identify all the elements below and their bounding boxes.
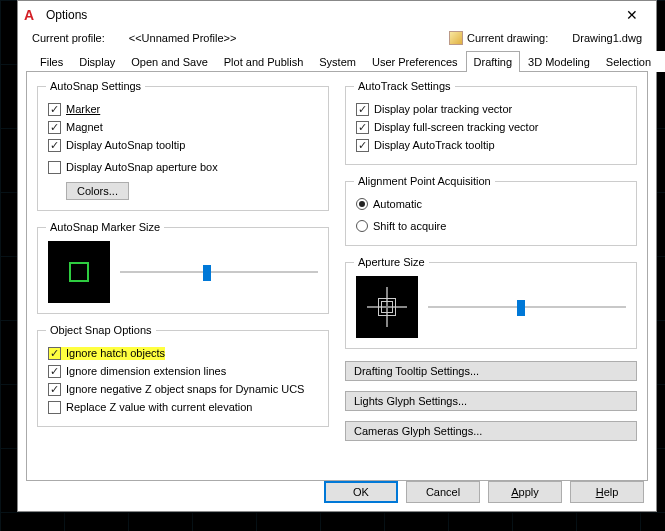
fullscreen-track-label: Display full-screen tracking vector — [374, 121, 538, 133]
autotrack-settings-group: AutoTrack Settings Display polar trackin… — [345, 80, 637, 165]
aperture-size-group: Aperture Size — [345, 256, 637, 349]
apply-button[interactable]: Apply — [488, 481, 562, 503]
aperture-box-label: Display AutoSnap aperture box — [66, 161, 218, 173]
cancel-button[interactable]: Cancel — [406, 481, 480, 503]
tab-profiles[interactable]: Profiles — [659, 51, 665, 72]
autosnap-settings-group: AutoSnap Settings Marker Magnet Display … — [37, 80, 329, 211]
automatic-label: Automatic — [373, 198, 422, 210]
tab-drafting[interactable]: Drafting — [466, 51, 521, 72]
ignore-negz-label: Ignore negative Z object snaps for Dynam… — [66, 383, 304, 395]
marker-preview — [48, 241, 110, 303]
autocad-icon: A — [24, 7, 40, 23]
autosnap-tooltip-checkbox[interactable] — [48, 139, 61, 152]
aperture-preview — [356, 276, 418, 338]
shift-radio[interactable] — [356, 220, 368, 232]
green-square-icon — [69, 262, 89, 282]
current-profile-value: <<Unnamed Profile>> — [129, 32, 237, 44]
alignment-legend: Alignment Point Acquisition — [354, 175, 495, 187]
cameras-glyph-settings-button[interactable]: Cameras Glyph Settings... — [345, 421, 637, 441]
ok-button[interactable]: OK — [324, 481, 398, 503]
object-snap-options-group: Object Snap Options Ignore hatch objects… — [37, 324, 329, 427]
close-button[interactable]: ✕ — [614, 4, 650, 26]
tab-files[interactable]: Files — [32, 51, 71, 72]
aperture-size-legend: Aperture Size — [354, 256, 429, 268]
autosnap-legend: AutoSnap Settings — [46, 80, 145, 92]
crosshair-icon — [367, 287, 407, 327]
osnap-legend: Object Snap Options — [46, 324, 156, 336]
magnet-checkbox[interactable] — [48, 121, 61, 134]
alignment-point-group: Alignment Point Acquisition Automatic Sh… — [345, 175, 637, 246]
marker-checkbox[interactable] — [48, 103, 61, 116]
replace-z-checkbox[interactable] — [48, 401, 61, 414]
tab-display[interactable]: Display — [71, 51, 123, 72]
polar-track-checkbox[interactable] — [356, 103, 369, 116]
titlebar: A Options ✕ — [18, 1, 656, 29]
tab-system[interactable]: System — [311, 51, 364, 72]
marker-size-slider[interactable] — [120, 263, 318, 281]
shift-label: Shift to acquire — [373, 220, 446, 232]
ignore-negz-checkbox[interactable] — [48, 383, 61, 396]
aperture-size-slider[interactable] — [428, 298, 626, 316]
aperture-box-checkbox[interactable] — [48, 161, 61, 174]
magnet-label: Magnet — [66, 121, 103, 133]
right-column: AutoTrack Settings Display polar trackin… — [345, 80, 637, 472]
tab-selection[interactable]: Selection — [598, 51, 659, 72]
tab-open-save[interactable]: Open and Save — [123, 51, 215, 72]
autotrack-tooltip-checkbox[interactable] — [356, 139, 369, 152]
current-drawing-value: Drawing1.dwg — [572, 32, 642, 44]
autosnap-tooltip-label: Display AutoSnap tooltip — [66, 139, 185, 151]
drafting-tooltip-settings-button[interactable]: Drafting Tooltip Settings... — [345, 361, 637, 381]
ignore-hatch-label: Ignore hatch objects — [66, 347, 165, 359]
drawing-icon — [449, 31, 463, 45]
tab-plot-publish[interactable]: Plot and Publish — [216, 51, 312, 72]
automatic-radio[interactable] — [356, 198, 368, 210]
tab-user-prefs[interactable]: User Preferences — [364, 51, 466, 72]
ignore-hatch-checkbox[interactable] — [48, 347, 61, 360]
tab-3d-modeling[interactable]: 3D Modeling — [520, 51, 598, 72]
current-profile-label: Current profile: — [32, 32, 105, 44]
current-drawing-label: Current drawing: — [467, 32, 548, 44]
dialog-title: Options — [46, 8, 614, 22]
tabs: Files Display Open and Save Plot and Pub… — [26, 49, 648, 72]
ignore-dim-checkbox[interactable] — [48, 365, 61, 378]
replace-z-label: Replace Z value with current elevation — [66, 401, 252, 413]
marker-size-legend: AutoSnap Marker Size — [46, 221, 164, 233]
dialog-footer: OK Cancel Apply Help — [324, 481, 644, 503]
ignore-dim-label: Ignore dimension extension lines — [66, 365, 226, 377]
help-button[interactable]: Help — [570, 481, 644, 503]
left-column: AutoSnap Settings Marker Magnet Display … — [37, 80, 329, 472]
close-icon: ✕ — [626, 8, 638, 22]
autotrack-legend: AutoTrack Settings — [354, 80, 455, 92]
marker-size-group: AutoSnap Marker Size — [37, 221, 329, 314]
header-row: Current profile: <<Unnamed Profile>> Cur… — [18, 29, 656, 49]
polar-track-label: Display polar tracking vector — [374, 103, 512, 115]
lights-glyph-settings-button[interactable]: Lights Glyph Settings... — [345, 391, 637, 411]
fullscreen-track-checkbox[interactable] — [356, 121, 369, 134]
colors-button[interactable]: Colors... — [66, 182, 129, 200]
tab-panel-drafting: AutoSnap Settings Marker Magnet Display … — [26, 71, 648, 481]
marker-label: Marker — [66, 103, 100, 115]
options-dialog: A Options ✕ Current profile: <<Unnamed P… — [17, 0, 657, 512]
autotrack-tooltip-label: Display AutoTrack tooltip — [374, 139, 495, 151]
